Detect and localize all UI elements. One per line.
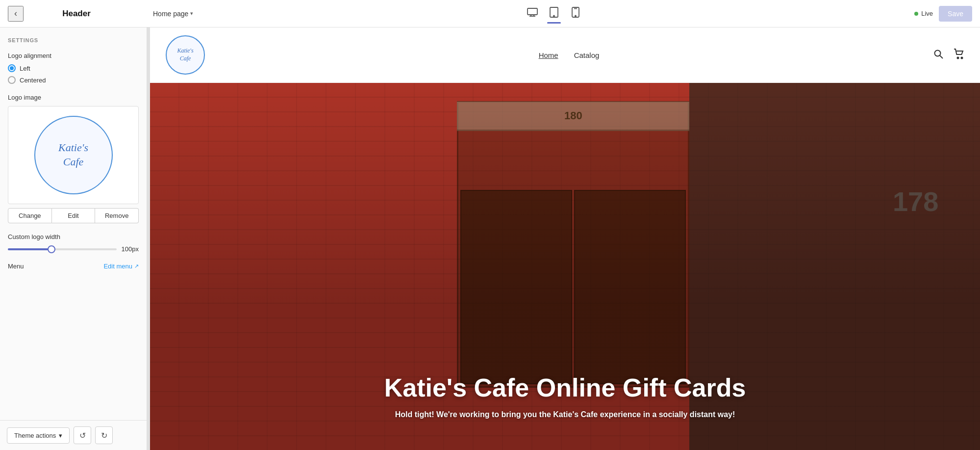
desktop-icon [527, 8, 538, 19]
menu-group: Menu Edit menu ↗ [8, 263, 139, 270]
slider-fill [8, 248, 51, 250]
store-logo: Katie's Cafe [166, 35, 205, 75]
store-nav-icons [933, 49, 964, 62]
settings-section-label: SETTINGS [8, 37, 139, 43]
logo-width-label: Custom logo width [8, 233, 139, 240]
external-link-icon: ↗ [134, 263, 139, 269]
logo-width-slider[interactable] [8, 248, 117, 250]
hero-section: 180 178 Katie's Cafe Online Gift Cards H… [150, 83, 980, 450]
redo-icon: ↻ [101, 431, 107, 440]
sidebar-bottom-bar: Theme actions ▾ ↺ ↻ [0, 420, 147, 450]
nav-home-link[interactable]: Home [539, 51, 558, 59]
redo-button[interactable]: ↻ [95, 426, 113, 444]
svg-point-11 [957, 57, 959, 58]
theme-actions-chevron-icon: ▾ [59, 432, 62, 439]
main-layout: SETTINGS Logo alignment Left Centered [0, 27, 980, 450]
logo-image-preview: Katie's Cafe [8, 106, 139, 204]
sidebar-logo-text: Katie's Cafe [58, 141, 88, 169]
logo-alignment-group: Logo alignment Left Centered [8, 52, 139, 84]
menu-row: Menu Edit menu ↗ [8, 263, 139, 270]
live-dot-icon [914, 12, 918, 16]
live-indicator: Live [914, 10, 933, 17]
logo-width-group: Custom logo width 100px [8, 233, 139, 253]
slider-thumb[interactable] [48, 245, 55, 253]
mobile-icon [572, 7, 579, 20]
edit-logo-button[interactable]: Edit [52, 208, 96, 223]
svg-point-9 [935, 50, 941, 56]
search-icon[interactable] [933, 49, 944, 62]
alignment-centered-option[interactable]: Centered [8, 76, 139, 84]
alignment-centered-label: Centered [20, 77, 46, 84]
logo-image-label: Logo image [8, 94, 139, 101]
radio-centered-indicator [8, 76, 16, 84]
logo-width-slider-row: 100px [8, 245, 139, 253]
back-icon: ‹ [14, 8, 17, 19]
logo-alignment-label: Logo alignment [8, 52, 139, 59]
save-button[interactable]: Save [939, 6, 972, 22]
page-selector[interactable]: Home page ▾ [153, 10, 193, 18]
page-title: Header [27, 9, 126, 19]
edit-menu-link[interactable]: Edit menu ↗ [103, 263, 139, 270]
alignment-radio-group: Left Centered [8, 64, 139, 84]
remove-logo-button[interactable]: Remove [95, 208, 139, 223]
svg-point-12 [961, 57, 963, 58]
hero-subtitle: Hold tight! We're working to bring you t… [150, 409, 980, 421]
edit-menu-text: Edit menu [103, 263, 132, 270]
svg-point-5 [553, 16, 554, 17]
view-mobile-button[interactable] [567, 5, 584, 23]
store-logo-text: Katie's Cafe [177, 47, 193, 62]
hero-content: Katie's Cafe Online Gift Cards Hold tigh… [150, 374, 980, 421]
preview-frame: Katie's Cafe Home Catalog [150, 27, 980, 450]
preview-area: Katie's Cafe Home Catalog [150, 27, 980, 450]
svg-line-10 [940, 55, 943, 58]
live-label: Live [921, 10, 933, 17]
radio-left-indicator [8, 64, 16, 72]
logo-action-buttons: Change Edit Remove [8, 208, 139, 223]
view-tablet-button[interactable] [545, 5, 563, 23]
change-logo-button[interactable]: Change [8, 208, 52, 223]
theme-actions-label: Theme actions [14, 432, 56, 439]
alignment-left-option[interactable]: Left [8, 64, 139, 72]
sidebar-logo-circle: Katie's Cafe [34, 116, 113, 194]
hero-title: Katie's Cafe Online Gift Cards [150, 374, 980, 402]
alignment-left-label: Left [20, 65, 30, 72]
view-desktop-button[interactable] [524, 5, 541, 23]
cart-icon[interactable] [954, 49, 964, 62]
theme-actions-button[interactable]: Theme actions ▾ [7, 427, 70, 444]
logo-image-group: Logo image Katie's Cafe Change Edit Remo… [8, 94, 139, 223]
tablet-icon [550, 7, 558, 20]
view-controls [193, 5, 914, 23]
svg-rect-0 [528, 8, 537, 15]
sidebar: SETTINGS Logo alignment Left Centered [0, 27, 147, 450]
top-bar: ‹ Header Home page ▾ [0, 0, 980, 27]
top-bar-right: Live Save [914, 6, 972, 22]
nav-catalog-link[interactable]: Catalog [574, 51, 600, 59]
slider-value-label: 100px [122, 245, 139, 253]
menu-label: Menu [8, 263, 24, 270]
sidebar-content: SETTINGS Logo alignment Left Centered [0, 27, 147, 420]
undo-button[interactable]: ↺ [74, 426, 91, 444]
back-button[interactable]: ‹ [8, 6, 24, 22]
svg-point-8 [575, 16, 576, 17]
store-nav: Home Catalog [539, 51, 600, 59]
page-name: Home page [153, 10, 188, 18]
undo-icon: ↺ [79, 431, 86, 440]
store-header: Katie's Cafe Home Catalog [150, 27, 980, 83]
